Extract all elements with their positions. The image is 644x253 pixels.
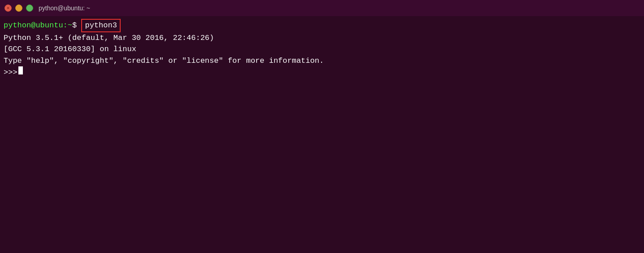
repl-prompt-line: >>> xyxy=(4,66,640,79)
output-line-3: Type "help", "copyright", "credits" or "… xyxy=(4,55,640,67)
cursor-block xyxy=(18,66,23,74)
close-icon: ✕ xyxy=(7,6,10,11)
window-controls: ✕ xyxy=(4,4,33,12)
maximize-button[interactable] xyxy=(26,4,33,12)
close-button[interactable]: ✕ xyxy=(4,4,12,12)
terminal-body[interactable]: python@ubuntu: ~ $ python3 Python 3.5.1+… xyxy=(0,16,644,253)
terminal-window: ✕ python@ubuntu: ~ python@ubuntu: ~ $ py… xyxy=(0,0,644,253)
repl-prompt: >>> xyxy=(4,67,17,79)
prompt-user: python@ubuntu: xyxy=(4,20,68,31)
output-line-2: [GCC 5.3.1 20160330] on linux xyxy=(4,44,640,55)
minimize-button[interactable] xyxy=(15,4,22,12)
output-text-2: [GCC 5.3.1 20160330] on linux xyxy=(4,44,136,55)
prompt-dollar: $ xyxy=(72,20,81,31)
output-text-1: Python 3.5.1+ (default, Mar 30 2016, 22:… xyxy=(4,32,214,44)
prompt-path: ~ xyxy=(68,20,72,31)
command-text: python3 xyxy=(81,19,120,32)
output-text-3: Type "help", "copyright", "credits" or "… xyxy=(4,55,324,67)
title-bar: ✕ python@ubuntu: ~ xyxy=(0,0,644,16)
command-line: python@ubuntu: ~ $ python3 xyxy=(4,19,640,32)
window-title: python@ubuntu: ~ xyxy=(39,4,90,12)
output-line-1: Python 3.5.1+ (default, Mar 30 2016, 22:… xyxy=(4,32,640,44)
